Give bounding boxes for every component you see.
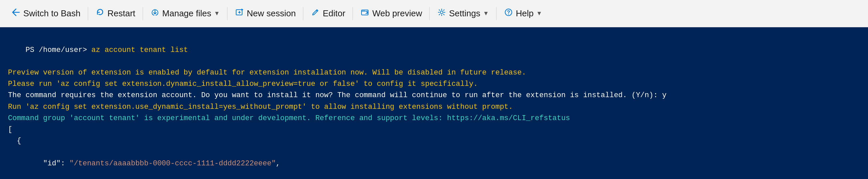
toolbar: Switch to Bash Restart Manage files ▼ bbox=[0, 0, 868, 27]
divider-5 bbox=[352, 7, 353, 20]
switch-bash-icon bbox=[11, 8, 21, 19]
editor-icon bbox=[311, 8, 320, 19]
settings-button[interactable]: Settings ▼ bbox=[431, 0, 495, 27]
manage-files-icon bbox=[150, 8, 160, 19]
manage-files-button[interactable]: Manage files ▼ bbox=[144, 0, 226, 27]
new-session-button[interactable]: New session bbox=[229, 0, 302, 27]
settings-label: Settings bbox=[449, 8, 480, 19]
editor-label: Editor bbox=[322, 8, 345, 19]
help-icon bbox=[504, 8, 513, 19]
divider-6 bbox=[429, 7, 430, 20]
svg-line-3 bbox=[316, 10, 317, 11]
output-line-1: Preview version of extension is enabled … bbox=[8, 67, 860, 79]
settings-chevron-icon: ▼ bbox=[483, 10, 489, 17]
svg-point-5 bbox=[363, 10, 363, 11]
output-line-3: The command requires the extension accou… bbox=[8, 90, 860, 101]
manage-files-chevron-icon: ▼ bbox=[214, 10, 220, 17]
divider-3 bbox=[227, 7, 227, 20]
output-line-4: Run 'az config set extension.use_dynamic… bbox=[8, 101, 860, 113]
output-line-7: { bbox=[8, 136, 860, 147]
svg-point-7 bbox=[440, 11, 443, 13]
svg-point-9 bbox=[508, 13, 509, 14]
divider-4 bbox=[303, 7, 303, 20]
restart-label: Restart bbox=[107, 8, 135, 19]
switch-bash-label: Switch to Bash bbox=[23, 8, 81, 19]
divider-2 bbox=[143, 7, 143, 20]
new-session-icon bbox=[235, 8, 244, 19]
terminal[interactable]: PS /home/user> az account tenant list Pr… bbox=[0, 27, 868, 179]
web-preview-button[interactable]: Web preview bbox=[354, 0, 428, 27]
new-session-label: New session bbox=[247, 8, 296, 19]
output-line-2: Please run 'az config set extension.dyna… bbox=[8, 79, 860, 90]
help-chevron-icon: ▼ bbox=[536, 10, 542, 17]
manage-files-label: Manage files bbox=[162, 8, 211, 19]
output-line-6: [ bbox=[8, 124, 860, 136]
restart-icon bbox=[95, 8, 105, 19]
prompt-line: PS /home/user> az account tenant list bbox=[8, 33, 860, 67]
svg-point-6 bbox=[364, 10, 365, 11]
help-button[interactable]: Help ▼ bbox=[498, 0, 548, 27]
web-preview-label: Web preview bbox=[372, 8, 422, 19]
output-line-8a: "id": "/tenants/aaaabbbb-0000-cccc-1111-… bbox=[8, 147, 860, 179]
help-label: Help bbox=[516, 8, 533, 19]
output-line-5: Command group 'account tenant' is experi… bbox=[8, 113, 860, 124]
settings-icon bbox=[437, 8, 446, 19]
divider-7 bbox=[496, 7, 497, 20]
divider-1 bbox=[88, 7, 88, 20]
editor-button[interactable]: Editor bbox=[305, 0, 351, 27]
switch-bash-button[interactable]: Switch to Bash bbox=[5, 0, 87, 27]
web-preview-icon bbox=[360, 8, 370, 19]
restart-button[interactable]: Restart bbox=[89, 0, 141, 27]
